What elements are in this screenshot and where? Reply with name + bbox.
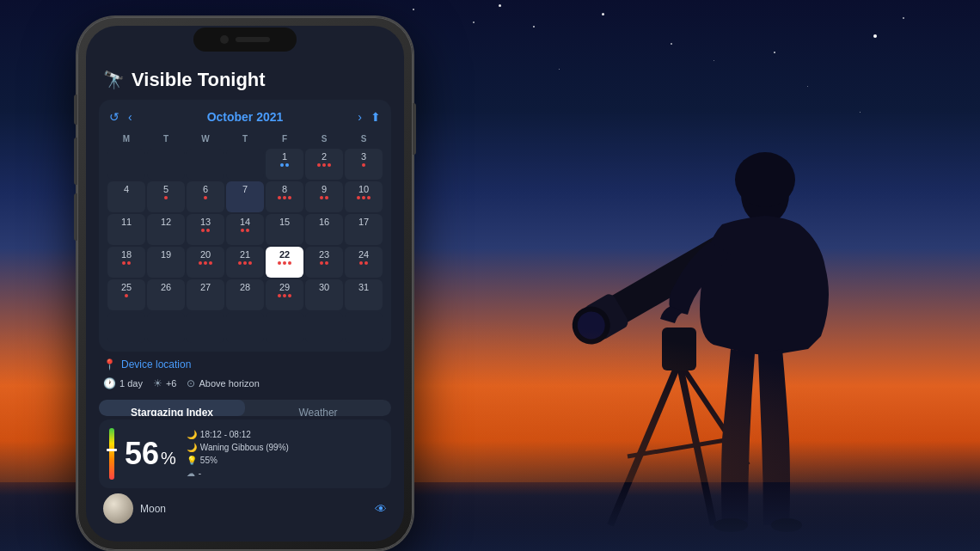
cal-dots xyxy=(204,196,207,199)
tab-weather[interactable]: Weather xyxy=(245,400,391,416)
calendar-cell-8[interactable]: 8 xyxy=(266,181,303,212)
moon-label: Moon xyxy=(140,503,166,515)
cal-dot xyxy=(320,196,323,199)
cal-day-number: 7 xyxy=(242,184,248,195)
calendar-cell-16[interactable]: 16 xyxy=(305,214,343,245)
cal-day-number: 23 xyxy=(319,249,329,260)
calendar-refresh-icon[interactable]: ↺ xyxy=(109,110,119,124)
calendar-cell-empty-39 xyxy=(266,312,303,343)
cal-dot xyxy=(201,229,205,232)
calendar-month-title: October 2021 xyxy=(207,110,284,124)
cal-day-number: 11 xyxy=(121,217,132,228)
cal-day-number: 3 xyxy=(361,151,366,162)
dow-sun: S xyxy=(345,132,383,145)
cal-dot xyxy=(248,261,252,265)
calendar-cell-20[interactable]: 20 xyxy=(187,247,224,278)
calendar-cell-23[interactable]: 23 xyxy=(305,247,343,278)
cal-nav-right: › ⬆ xyxy=(352,108,381,126)
calendar-section: ↺ ‹ October 2021 › ⬆ M T W xyxy=(99,100,391,352)
cal-dot xyxy=(238,261,242,265)
calendar-cell-2[interactable]: 2 xyxy=(305,149,343,180)
tab-stargazing-index[interactable]: Stargazing Index xyxy=(99,400,245,416)
cal-dot xyxy=(278,294,281,297)
cal-dot xyxy=(246,229,249,232)
cal-dot xyxy=(359,261,363,265)
calendar-cell-18[interactable]: 18 xyxy=(107,247,145,278)
calendar-cell-6[interactable]: 6 xyxy=(187,181,224,212)
dow-tue: T xyxy=(147,132,185,145)
horizon-icon: ⊙ xyxy=(187,377,195,389)
cal-dots xyxy=(278,196,291,199)
location-icon: 📍 xyxy=(103,358,116,370)
filter-time[interactable]: 🕐 1 day xyxy=(103,377,143,389)
calendar-cell-11[interactable]: 11 xyxy=(107,214,145,245)
calendar-cell-3[interactable]: 3 xyxy=(345,149,383,180)
cal-day-number: 4 xyxy=(124,184,129,195)
stargazing-index-section: 56 % 🌙 18:12 - 08:12 🌙 Waning Gibbous (9… xyxy=(99,419,391,488)
cal-day-number: 17 xyxy=(358,217,369,228)
eye-icon[interactable]: 👁 xyxy=(375,502,387,516)
detail-cloud: ☁ - xyxy=(187,468,381,478)
cal-dots xyxy=(201,229,210,232)
filter-sun[interactable]: ☀ +6 xyxy=(153,377,177,389)
calendar-prev-button[interactable]: ‹ xyxy=(123,108,138,126)
cal-dot xyxy=(278,196,281,199)
stargazing-gauge xyxy=(109,428,114,480)
cal-day-number: 10 xyxy=(358,184,369,195)
calendar-cell-7[interactable]: 7 xyxy=(226,181,264,212)
filter-horizon[interactable]: ⊙ Above horizon xyxy=(187,377,259,389)
moon-icon-1: 🌙 xyxy=(187,430,197,439)
cal-dot xyxy=(317,163,321,167)
side-button-mute xyxy=(74,95,77,125)
calendar-cell-empty-37 xyxy=(187,312,224,343)
calendar-cell-5[interactable]: 5 xyxy=(147,181,185,212)
calendar-cell-24[interactable]: 24 xyxy=(345,247,383,278)
calendar-cell-9[interactable]: 9 xyxy=(305,181,343,212)
calendar-cell-13[interactable]: 13 xyxy=(187,214,224,245)
cal-day-number: 14 xyxy=(240,217,250,228)
cal-dot xyxy=(243,261,247,265)
moon-section: Moon 👁 xyxy=(99,488,391,529)
calendar-cell-12[interactable]: 12 xyxy=(147,214,185,245)
location-text[interactable]: Device location xyxy=(121,358,191,370)
calendar-cell-empty-41 xyxy=(345,312,383,343)
calendar-cell-4[interactable]: 4 xyxy=(107,181,145,212)
cal-dot xyxy=(164,196,168,199)
cal-dots xyxy=(241,229,249,232)
calendar-cell-1[interactable]: 1 xyxy=(266,149,303,180)
calendar-cell-21[interactable]: 21 xyxy=(226,247,264,278)
cal-dot xyxy=(320,261,323,265)
cal-day-number: 16 xyxy=(319,217,329,228)
cal-day-number: 18 xyxy=(121,249,132,260)
cal-day-number: 20 xyxy=(200,249,211,260)
calendar-cell-28[interactable]: 28 xyxy=(226,279,264,310)
calendar-cell-10[interactable]: 10 xyxy=(345,181,383,212)
calendar-cell-22[interactable]: 22 xyxy=(266,247,303,278)
cal-day-number: 25 xyxy=(121,282,132,293)
stargazing-percent: 56 xyxy=(125,436,159,472)
calendar-cell-17[interactable]: 17 xyxy=(345,214,383,245)
cal-day-number: 21 xyxy=(240,249,250,260)
calendar-cell-29[interactable]: 29 xyxy=(266,279,303,310)
calendar-cell-31[interactable]: 31 xyxy=(345,279,383,310)
calendar-filter-icon[interactable]: ⬆ xyxy=(371,110,381,124)
cal-dots xyxy=(320,196,328,199)
detail-time: 🌙 18:12 - 08:12 xyxy=(187,430,381,439)
cal-dot xyxy=(283,196,286,199)
calendar-cell-30[interactable]: 30 xyxy=(305,279,343,310)
calendar-cell-25[interactable]: 25 xyxy=(107,279,145,310)
cal-day-number: 30 xyxy=(319,282,329,293)
calendar-cell-27[interactable]: 27 xyxy=(187,279,224,310)
calendar-next-button[interactable]: › xyxy=(352,108,367,126)
calendar-cell-14[interactable]: 14 xyxy=(226,214,264,245)
calendar-cell-empty-3 xyxy=(226,149,264,180)
calendar-cell-26[interactable]: 26 xyxy=(147,279,185,310)
cal-day-number: 24 xyxy=(358,249,369,260)
cal-dot xyxy=(278,261,281,265)
filter-horizon-label: Above horizon xyxy=(199,378,259,389)
cal-dot xyxy=(288,196,291,199)
phone-screen: 🔭 Visible Tonight ↺ ‹ October 2021 › xyxy=(86,26,404,542)
calendar-cell-15[interactable]: 15 xyxy=(266,214,303,245)
calendar-cell-19[interactable]: 19 xyxy=(147,247,185,278)
calendar-cell-empty-2 xyxy=(187,149,224,180)
